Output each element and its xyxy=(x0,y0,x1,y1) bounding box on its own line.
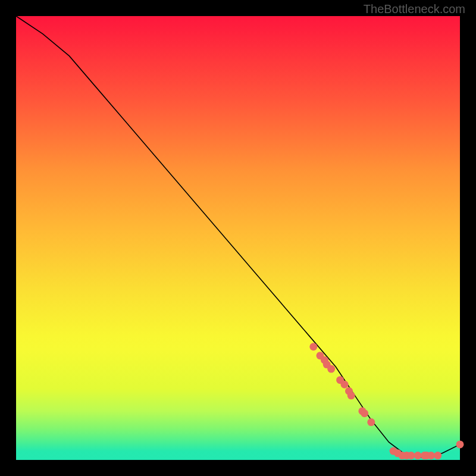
curve-line xyxy=(16,16,460,458)
chart-container: TheBottleneck.com xyxy=(0,0,476,476)
data-marker xyxy=(367,418,375,426)
data-marker xyxy=(327,365,335,373)
data-marker xyxy=(309,343,317,350)
data-marker xyxy=(434,452,441,459)
marker-group xyxy=(309,343,464,459)
chart-svg xyxy=(16,16,460,460)
watermark-label: TheBottleneck.com xyxy=(364,2,465,16)
data-marker xyxy=(407,452,415,459)
data-marker xyxy=(456,440,464,448)
data-marker xyxy=(341,381,349,389)
data-marker xyxy=(361,409,368,417)
data-marker xyxy=(347,392,355,399)
data-marker xyxy=(427,452,435,459)
data-marker xyxy=(414,452,422,459)
